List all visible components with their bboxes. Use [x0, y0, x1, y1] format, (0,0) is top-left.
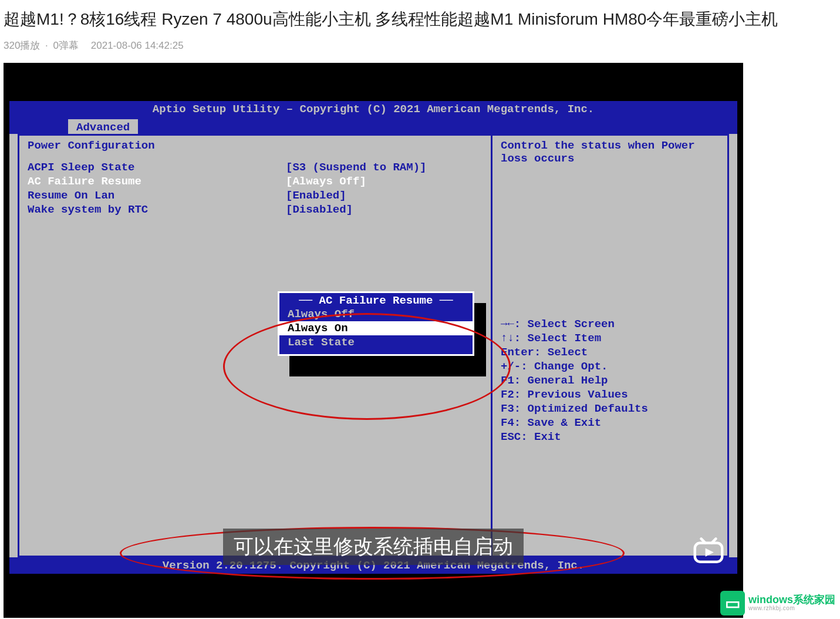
upload-time: 2021-08-06 14:42:25 — [91, 40, 184, 51]
bios-help-block: →←: Select Screen↑↓: Select ItemEnter: S… — [501, 318, 719, 445]
ac-failure-popup: ── AC Failure Resume ── Always OffAlways… — [278, 291, 474, 356]
bios-help-line: +/-: Change Opt. — [501, 360, 719, 374]
bios-right-pane: Control the status when Power loss occur… — [492, 136, 727, 556]
video-player[interactable]: Aptio Setup Utility – Copyright (C) 2021… — [4, 63, 743, 618]
svg-marker-1 — [706, 548, 714, 556]
bios-left-pane: Power Configuration ACPI Sleep State[S3 … — [19, 136, 492, 556]
watermark-logo-icon: ▭ — [720, 591, 745, 615]
bios-tabbar: Advanced — [9, 117, 737, 134]
bios-option-row[interactable]: Resume On Lan[Enabled] — [28, 189, 483, 203]
watermark-line1: windows系统家园 — [748, 594, 835, 605]
popup-option[interactable]: Last State — [279, 335, 473, 349]
bios-help-line: F1: General Help — [501, 374, 719, 388]
bios-help-line: ESC: Exit — [501, 430, 719, 445]
bios-option-label: AC Failure Resume — [28, 175, 286, 188]
video-meta: 320播放 · 0弹幕 2021-08-06 14:42:25 — [4, 39, 840, 52]
bios-help-line: F4: Save & Exit — [501, 416, 719, 430]
bios-option-row[interactable]: Wake system by RTC[Disabled] — [28, 203, 483, 217]
popup-option[interactable]: Always Off — [279, 307, 473, 321]
bios-tab-advanced[interactable]: Advanced — [68, 119, 138, 134]
bios-option-label: Resume On Lan — [28, 189, 286, 202]
watermark-line2: www.rzhkbj.com — [748, 605, 835, 612]
bios-help-line: F3: Optimized Defaults — [501, 402, 719, 416]
bios-help-line: ↑↓: Select Item — [501, 332, 719, 346]
bios-option-value: [Enabled] — [286, 189, 346, 202]
bios-help-line: Enter: Select — [501, 346, 719, 360]
bios-option-value: [S3 (Suspend to RAM)] — [286, 161, 426, 174]
popup-title: ── AC Failure Resume ── — [279, 294, 473, 307]
bios-option-value: [Always Off] — [286, 175, 366, 188]
bios-help-line: →←: Select Screen — [501, 318, 719, 332]
bios-section-title: Power Configuration — [28, 139, 483, 152]
meta-sep: · — [45, 40, 48, 51]
bios-option-description: Control the status when Power loss occur… — [501, 139, 719, 165]
watermark: ▭ windows系统家园 www.rzhkbj.com — [720, 591, 835, 615]
bios-help-line: F2: Previous Values — [501, 388, 719, 402]
bios-option-row[interactable]: AC Failure Resume[Always Off] — [28, 174, 483, 189]
bios-option-value: [Disabled] — [286, 203, 353, 216]
plays-count: 320播放 — [4, 40, 40, 51]
bios-screen: Aptio Setup Utility – Copyright (C) 2021… — [9, 101, 737, 574]
bios-option-label: ACPI Sleep State — [28, 161, 286, 174]
bilibili-tv-icon[interactable] — [691, 536, 726, 565]
video-title: 超越M1!？8核16线程 Ryzen 7 4800u高性能小主机 多线程性能超越… — [4, 8, 840, 31]
bios-header: Aptio Setup Utility – Copyright (C) 2021… — [9, 101, 737, 117]
danmu-count: 0弹幕 — [53, 40, 79, 51]
popup-option[interactable]: Always On — [279, 321, 473, 335]
bios-option-row[interactable]: ACPI Sleep State[S3 (Suspend to RAM)] — [28, 160, 483, 174]
bios-option-label: Wake system by RTC — [28, 203, 286, 216]
video-subtitle: 可以在这里修改系统插电自启动 — [223, 529, 524, 565]
